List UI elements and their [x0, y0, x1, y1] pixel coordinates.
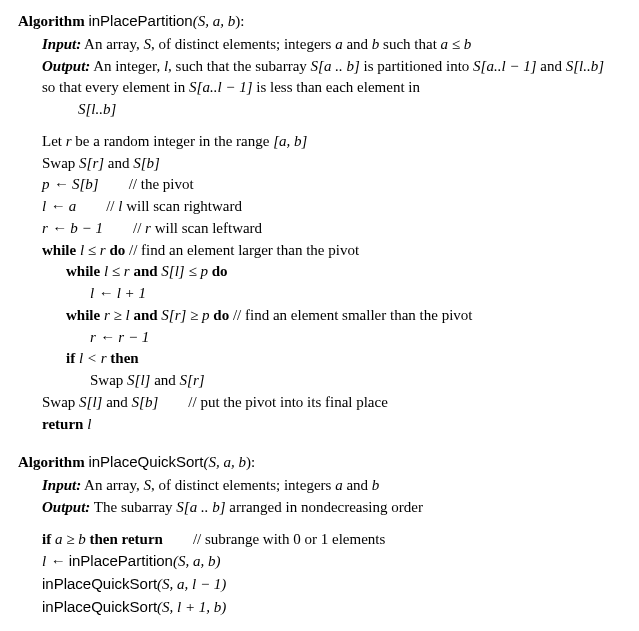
- label-input: Input:: [42, 477, 81, 493]
- comment: // find an element smaller than the pivo…: [229, 307, 472, 323]
- expr: (S, l + 1, b): [157, 599, 226, 615]
- paren-close: ):: [235, 13, 244, 29]
- var-S: S: [144, 477, 152, 493]
- code-line: while l ≤ r and S[l] ≤ p do: [42, 261, 621, 283]
- expr: (S, a, b): [173, 553, 221, 569]
- keyword-do: do: [109, 242, 125, 258]
- text: An array,: [81, 36, 143, 52]
- var-b: b: [372, 477, 380, 493]
- code-line: if l < r then: [42, 348, 621, 370]
- keyword-then: then: [110, 350, 138, 366]
- keyword-algorithm: Algorithm: [18, 454, 85, 470]
- function-name: inPlaceQuickSort: [42, 575, 157, 592]
- function-name: inPlaceQuickSort: [42, 598, 157, 615]
- algorithm-name: inPlaceQuickSort: [88, 453, 203, 470]
- param-S: S: [208, 454, 216, 470]
- algorithm-name: inPlacePartition: [88, 12, 192, 29]
- expr: S[r]: [79, 155, 104, 171]
- keyword-do: do: [213, 307, 229, 323]
- code-line: Swap S[r] and S[b]: [42, 153, 621, 175]
- expr: r ← b − 1: [42, 220, 103, 236]
- algorithm-body: Input: An array, S, of distinct elements…: [42, 475, 621, 619]
- text: Swap: [42, 394, 79, 410]
- expr: S[r] ≥ p: [158, 307, 214, 323]
- algorithm-inplacepartition: Algorithm inPlacePartition(S, a, b): Inp…: [18, 10, 621, 435]
- keyword-do: do: [212, 263, 228, 279]
- keyword-if: if: [66, 350, 79, 366]
- expr: l ←: [42, 553, 69, 569]
- comma: ,: [205, 13, 213, 29]
- text: , of distinct elements; integers: [151, 36, 335, 52]
- expr: S[l..b]: [566, 58, 604, 74]
- algorithm-header: Algorithm inPlacePartition(S, a, b):: [18, 10, 621, 33]
- expr: l ≤ r: [104, 263, 134, 279]
- expr: S[l] ≤ p: [158, 263, 212, 279]
- code-line: Swap S[l] and S[r]: [42, 370, 621, 392]
- expr: (S, a, l − 1): [157, 576, 226, 592]
- code-line: r ← b − 1 // r will scan leftward: [42, 218, 621, 240]
- code-line: inPlaceQuickSort(S, a, l − 1): [42, 573, 621, 596]
- text: such that: [379, 36, 440, 52]
- code-line: Swap S[l] and S[b] // put the pivot into…: [42, 392, 621, 414]
- expr: l ← a: [42, 198, 76, 214]
- expr: S[b]: [133, 155, 160, 171]
- keyword-then-return: then return: [89, 531, 162, 547]
- text: and: [104, 155, 133, 171]
- expr: p ← S[b]: [42, 176, 99, 192]
- expr: [a, b]: [273, 133, 307, 149]
- text: is less than each element in: [253, 79, 420, 95]
- text: and: [537, 58, 566, 74]
- text: and: [150, 372, 179, 388]
- code-line: inPlaceQuickSort(S, l + 1, b): [42, 596, 621, 619]
- expr: l ≤ r: [80, 242, 110, 258]
- code-line: return l: [42, 414, 621, 436]
- text: Swap: [42, 155, 79, 171]
- keyword-while: while: [42, 242, 80, 258]
- algorithm-inplacequicksort: Algorithm inPlaceQuickSort(S, a, b): Inp…: [18, 451, 621, 618]
- keyword-return: return: [42, 416, 87, 432]
- text: be a random integer in the range: [72, 133, 274, 149]
- expr: S[l]: [127, 372, 150, 388]
- keyword-while: while: [66, 263, 104, 279]
- paren-close: ):: [246, 454, 255, 470]
- comment: //: [106, 198, 118, 214]
- var-a: a: [335, 477, 343, 493]
- expr: S[r]: [180, 372, 205, 388]
- label-input: Input:: [42, 36, 81, 52]
- function-name: inPlacePartition: [69, 552, 173, 569]
- code-line: l ← a // l will scan rightward: [42, 196, 621, 218]
- algorithm-body: Input: An array, S, of distinct elements…: [42, 34, 621, 436]
- input-line: Input: An array, S, of distinct elements…: [42, 34, 621, 56]
- var-S: S: [144, 36, 152, 52]
- keyword-while: while: [66, 307, 104, 323]
- text: Let: [42, 133, 66, 149]
- label-output: Output:: [42, 499, 90, 515]
- code-line: if a ≥ b then return // subrange with 0 …: [42, 529, 621, 551]
- expr: S[b]: [132, 394, 159, 410]
- expr: S[a .. b]: [311, 58, 360, 74]
- expr: S[l..b]: [78, 101, 116, 117]
- comment: // put the pivot into its final place: [188, 394, 388, 410]
- label-output: Output:: [42, 58, 90, 74]
- text: An array,: [81, 477, 143, 493]
- code-line: Let r be a random integer in the range […: [42, 131, 621, 153]
- expr: r ← r − 1: [90, 329, 149, 345]
- text: Swap: [90, 372, 127, 388]
- comma: ,: [220, 13, 228, 29]
- code-line: p ← S[b] // the pivot: [42, 174, 621, 196]
- keyword-algorithm: Algorithm: [18, 13, 85, 29]
- keyword-and: and: [133, 263, 157, 279]
- code-line: l ← l + 1: [42, 283, 621, 305]
- var-a: a: [335, 36, 343, 52]
- algorithm-header: Algorithm inPlaceQuickSort(S, a, b):: [18, 451, 621, 474]
- code-line: l ← inPlacePartition(S, a, b): [42, 550, 621, 573]
- expr: r ≥ l: [104, 307, 134, 323]
- text: arranged in nondecreasing order: [226, 499, 423, 515]
- expr: S[a .. b]: [176, 499, 225, 515]
- keyword-if: if: [42, 531, 55, 547]
- keyword-and: and: [133, 307, 157, 323]
- text: , of distinct elements; integers: [151, 477, 335, 493]
- param-a: a: [223, 454, 231, 470]
- text: An integer,: [90, 58, 164, 74]
- comment: // find an element larger than the pivot: [125, 242, 359, 258]
